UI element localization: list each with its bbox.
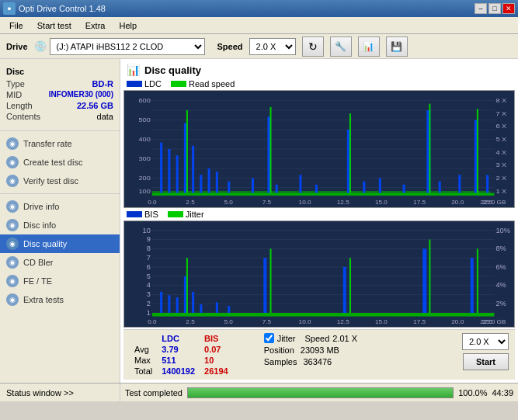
svg-text:3 X: 3 X: [495, 161, 506, 168]
nav-label-bler: CD Bler: [23, 258, 54, 267]
svg-rect-44: [208, 168, 210, 196]
svg-text:7.5: 7.5: [262, 318, 271, 325]
chart-legend-top: LDC Read speed: [123, 79, 515, 89]
svg-rect-40: [176, 155, 179, 196]
app-icon: ●: [3, 2, 16, 15]
svg-rect-42: [192, 146, 194, 196]
progress-section: Test completed 100.0% 44:39: [120, 387, 518, 398]
sidebar-item-transfer-rate[interactable]: ◉ Transfer rate: [0, 134, 120, 153]
svg-text:3: 3: [147, 290, 151, 297]
sidebar-item-extra-tests[interactable]: ◉ Extra tests: [0, 290, 120, 309]
svg-text:0.0: 0.0: [148, 199, 156, 205]
svg-rect-54: [379, 178, 381, 195]
svg-text:25.0 GB: 25.0 GB: [482, 199, 506, 205]
svg-rect-61: [186, 110, 188, 196]
speed-label: Speed: [305, 334, 330, 343]
test-completed-label: Test completed: [125, 388, 183, 397]
close-button[interactable]: ✕: [502, 3, 515, 14]
svg-text:10%: 10%: [495, 227, 510, 234]
svg-text:4%: 4%: [495, 282, 506, 289]
menu-extra[interactable]: Extra: [79, 19, 112, 32]
svg-rect-47: [252, 178, 254, 195]
jitter-label: Jitter: [277, 334, 296, 343]
svg-text:25.0 GB: 25.0 GB: [482, 318, 506, 325]
svg-text:200: 200: [138, 175, 151, 182]
content-area: 📊 Disc quality LDC Read speed: [120, 59, 518, 383]
nav-label-extra: Extra tests: [23, 295, 64, 304]
menu-file[interactable]: File: [3, 19, 30, 32]
svg-text:100: 100: [138, 187, 151, 194]
svg-text:9: 9: [147, 236, 151, 243]
bottom-bar: Status window >> Test completed 100.0% 4…: [0, 383, 518, 401]
drive-select[interactable]: (J:) ATAPI iHBS112 2 CLOD: [50, 38, 205, 55]
settings-button1[interactable]: 🔧: [330, 36, 352, 57]
svg-text:7: 7: [147, 254, 151, 261]
main-content: Disc Type BD-R MID INFOMER30 (000) Lengt…: [0, 59, 518, 383]
chart-title-bar: 📊 Disc quality: [123, 62, 515, 78]
svg-rect-115: [471, 258, 474, 313]
svg-text:17.5: 17.5: [413, 199, 426, 205]
save-button[interactable]: 💾: [386, 36, 408, 57]
sidebar-item-disc-quality[interactable]: ◉ Disc quality: [0, 234, 120, 253]
minimize-button[interactable]: –: [475, 3, 487, 14]
sidebar-item-fe-te[interactable]: ◉ FE / TE: [0, 272, 120, 290]
contents-label: Contents: [6, 112, 40, 121]
speed-select-drive[interactable]: 2.0 X 1.0 X 4.0 X: [249, 38, 296, 55]
nav-icon-verify: ◉: [6, 175, 19, 187]
svg-rect-58: [458, 175, 461, 196]
samples-value: 363476: [303, 357, 332, 366]
stats-avg-bis: 0.07: [200, 344, 233, 355]
stats-avg-label: Avg: [130, 344, 157, 355]
svg-text:2%: 2%: [495, 300, 506, 307]
svg-rect-110: [216, 302, 218, 313]
sidebar-item-create-test-disc[interactable]: ◉ Create test disc: [0, 153, 120, 172]
svg-text:12.5: 12.5: [337, 199, 349, 205]
refresh-button[interactable]: ↻: [302, 36, 324, 57]
position-value: 23093 MB: [301, 345, 339, 355]
time-text: 44:39: [492, 388, 513, 397]
progress-bar-inner: [188, 388, 453, 397]
svg-text:17.5: 17.5: [413, 318, 426, 325]
svg-text:2: 2: [147, 300, 151, 307]
legend-bis-color: [127, 211, 142, 217]
settings-button2[interactable]: 📊: [358, 36, 380, 57]
svg-text:400: 400: [138, 136, 151, 143]
stats-table: LDC BIS Avg 3.79 0.07 Max 511 10 Total: [130, 333, 233, 377]
start-button[interactable]: Start: [463, 353, 509, 370]
sidebar-item-verify-test-disc[interactable]: ◉ Verify test disc: [0, 172, 120, 190]
svg-text:10.0: 10.0: [299, 199, 311, 205]
menu-help[interactable]: Help: [113, 19, 143, 32]
svg-text:5 X: 5 X: [495, 136, 506, 143]
svg-rect-111: [228, 306, 230, 313]
svg-text:6 X: 6 X: [495, 123, 506, 130]
stats-max-ldc: 511: [157, 355, 200, 366]
svg-rect-112: [263, 258, 266, 313]
chart-title: Disc quality: [144, 64, 201, 76]
status-window-button[interactable]: Status window >>: [6, 384, 99, 401]
nav-label-verify: Verify test disc: [23, 176, 78, 186]
svg-text:500: 500: [138, 116, 151, 123]
legend-read-label: Read speed: [189, 79, 235, 89]
menu-start-test[interactable]: Start test: [31, 19, 78, 32]
contents-value: data: [97, 112, 113, 121]
maximize-button[interactable]: □: [488, 3, 501, 14]
nav-label-drive: Drive info: [23, 202, 59, 211]
stats-total-bis: 26194: [200, 366, 233, 377]
progress-bar-outer: [187, 387, 454, 398]
stats-col-bis: BIS: [200, 333, 233, 344]
sidebar-item-cd-bler[interactable]: ◉ CD Bler: [0, 253, 120, 272]
svg-text:5.0: 5.0: [224, 199, 233, 205]
speed-select-stats[interactable]: 2.0 X: [462, 333, 509, 350]
svg-rect-67: [124, 221, 514, 327]
nav-icon-drive: ◉: [6, 200, 19, 213]
chart-icon: 📊: [127, 64, 140, 76]
sidebar-item-disc-info[interactable]: ◉ Disc info: [0, 216, 120, 234]
svg-text:6: 6: [147, 263, 151, 270]
svg-rect-38: [160, 143, 162, 196]
mid-label: MID: [6, 90, 22, 99]
svg-rect-43: [200, 175, 202, 196]
legend-jitter-label: Jitter: [186, 210, 204, 219]
jitter-checkbox[interactable]: [264, 333, 274, 343]
stats-total-ldc: 1400192: [157, 366, 200, 377]
sidebar-item-drive-info[interactable]: ◉ Drive info: [0, 197, 120, 216]
